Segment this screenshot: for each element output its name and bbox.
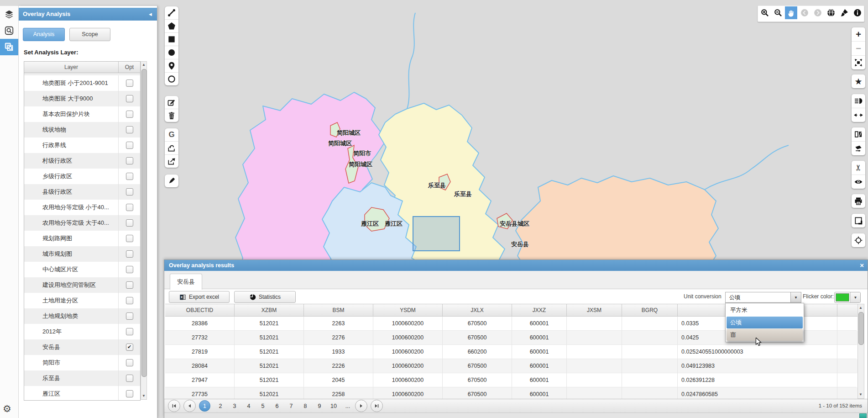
layers-tool-icon[interactable] <box>0 6 18 22</box>
scroll-up-arrow[interactable]: ▲ <box>141 62 146 68</box>
layer-checkbox[interactable] <box>126 359 133 366</box>
tab-scope[interactable]: Scope <box>69 28 110 41</box>
layer-row[interactable]: 地类图斑 大于9000 <box>24 91 140 106</box>
layer-checkbox[interactable] <box>126 173 133 180</box>
zoom-out-minus-icon[interactable]: − <box>852 42 865 56</box>
layer-checkbox[interactable] <box>126 126 133 133</box>
layer-checkbox[interactable] <box>126 390 133 397</box>
unit-option[interactable]: 平方米 <box>727 304 803 316</box>
compare-pages-icon[interactable] <box>852 127 865 142</box>
bookmarks-star-icon[interactable]: ★ <box>852 74 865 88</box>
layer-checkbox[interactable] <box>126 219 133 227</box>
draw-rectangle-icon[interactable] <box>165 33 178 46</box>
draw-circle-icon[interactable] <box>165 46 178 59</box>
visibility-eye-icon[interactable] <box>852 175 865 189</box>
layer-checkbox[interactable] <box>126 142 133 149</box>
import-icon[interactable] <box>165 142 178 155</box>
delete-icon[interactable] <box>165 109 178 122</box>
overlay-analysis-tool-icon[interactable] <box>0 39 18 55</box>
layer-list-scrollbar[interactable]: ▲ ▼ <box>141 61 147 400</box>
layer-row[interactable]: 土地规划地类 <box>24 308 140 324</box>
page-number[interactable]: 1 <box>199 400 210 412</box>
layer-checkbox[interactable] <box>126 235 133 242</box>
pan-hand-icon[interactable] <box>785 6 797 19</box>
layer-row[interactable]: 土地用途分区 <box>24 293 140 308</box>
unit-option[interactable]: 亩 <box>727 329 803 341</box>
layer-row[interactable]: 农用地分等定级 大于40... <box>24 215 140 231</box>
scroll-thumb[interactable] <box>141 69 147 377</box>
legend-icon[interactable] <box>852 94 865 108</box>
basemap-flip-icon[interactable] <box>852 142 865 155</box>
layer-checkbox[interactable] <box>126 204 133 211</box>
close-icon[interactable]: × <box>860 260 864 271</box>
next-extent-icon[interactable] <box>811 6 824 19</box>
layer-row[interactable]: 简阳市 <box>24 355 140 370</box>
page-number[interactable]: 10 <box>329 403 338 409</box>
page-number[interactable]: 3 <box>230 403 239 409</box>
page-number[interactable]: 6 <box>273 403 281 409</box>
layer-checkbox[interactable] <box>126 297 133 304</box>
resize-corner[interactable] <box>859 413 867 418</box>
layer-row[interactable]: 农用地分等定级 小于40... <box>24 200 140 215</box>
layer-row[interactable]: 规划路网图 <box>24 231 140 246</box>
print-icon[interactable] <box>852 194 865 208</box>
layer-row[interactable]: 基本农田保护片块 <box>24 106 140 122</box>
clear-brush-icon[interactable] <box>838 6 850 19</box>
unit-option[interactable]: 公顷 <box>727 317 803 328</box>
layer-checkbox[interactable] <box>126 344 133 351</box>
page-number[interactable]: 2 <box>216 403 225 409</box>
layer-checkbox[interactable] <box>126 111 133 118</box>
google-layer-icon[interactable]: G <box>165 128 178 142</box>
layer-row[interactable]: 城市规划图 <box>24 246 140 262</box>
layer-checkbox[interactable] <box>126 95 133 102</box>
scroll-down-arrow[interactable]: ▼ <box>858 392 863 397</box>
scroll-thumb[interactable] <box>858 312 864 345</box>
scroll-down-arrow[interactable]: ▼ <box>141 393 146 399</box>
layer-row[interactable]: 县级行政区 <box>24 184 140 200</box>
first-page-button[interactable] <box>168 400 180 412</box>
zoom-in-plus-icon[interactable]: + <box>852 27 865 42</box>
table-row[interactable]: 27947 512021 2045 1000600200 670500 6000… <box>165 373 858 387</box>
map-frame-icon[interactable] <box>852 214 865 228</box>
layer-row[interactable]: 乐至县 <box>24 370 140 386</box>
next-page-button[interactable] <box>355 400 367 412</box>
locate-crosshair-icon[interactable] <box>852 233 865 247</box>
page-number[interactable]: 7 <box>287 403 295 409</box>
zoom-in-icon[interactable] <box>758 6 771 19</box>
settings-gear-icon[interactable]: ⚙ <box>3 403 11 414</box>
layer-row[interactable]: 行政界线 <box>24 138 140 153</box>
export-excel-button[interactable]: X Export excel <box>169 291 230 303</box>
draw-circle-outline-icon[interactable] <box>165 73 178 85</box>
edit-icon[interactable] <box>165 96 178 109</box>
scroll-up-arrow[interactable]: ▲ <box>858 305 863 311</box>
layer-row[interactable]: 安岳县 <box>24 339 140 355</box>
chevron-down-icon[interactable]: ▼ <box>790 292 801 302</box>
full-extent-icon[interactable] <box>852 56 865 69</box>
table-row[interactable]: 28084 512021 2226 1000600200 670500 6000… <box>165 359 858 373</box>
results-table-scrollbar[interactable]: ▲ ▼ <box>858 304 864 399</box>
page-number[interactable]: 8 <box>301 403 309 409</box>
tab-analysis[interactable]: Analysis <box>23 28 65 41</box>
draw-line-icon[interactable] <box>165 6 178 20</box>
layer-row[interactable]: 2012年 <box>24 324 140 339</box>
page-number[interactable]: 9 <box>315 403 324 409</box>
info-icon[interactable] <box>851 6 863 19</box>
full-extent-globe-icon[interactable] <box>825 6 837 19</box>
chevron-down-icon[interactable]: ▼ <box>850 292 860 302</box>
layer-checkbox[interactable] <box>126 328 133 335</box>
page-number[interactable]: ... <box>344 403 352 409</box>
layer-row[interactable]: 线状地物 <box>24 122 140 138</box>
flicker-color-picker[interactable]: ▼ <box>834 292 861 303</box>
clip-scissors-icon[interactable]: ✂ <box>852 161 865 175</box>
zoom-out-icon[interactable] <box>772 6 784 19</box>
last-page-button[interactable] <box>371 400 383 412</box>
swipe-arrows-icon[interactable] <box>852 108 865 122</box>
page-number[interactable]: 5 <box>259 403 267 409</box>
layer-row[interactable]: 雁江区 <box>24 386 140 401</box>
layer-checkbox[interactable] <box>126 281 133 289</box>
layer-checkbox[interactable] <box>126 188 133 196</box>
draw-polygon-icon[interactable] <box>165 20 178 33</box>
table-row[interactable]: 27735 512021 2258 1000600200 670500 6000… <box>165 387 858 399</box>
page-number[interactable]: 4 <box>245 403 253 409</box>
horizontal-scrollbar[interactable] <box>164 413 868 418</box>
